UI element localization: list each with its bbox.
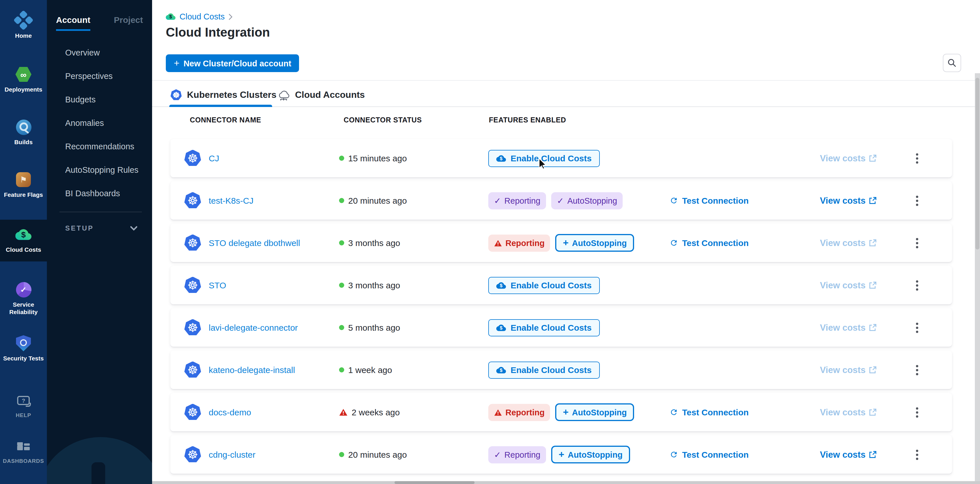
sidebar-item-overview[interactable]: Overview — [65, 48, 100, 57]
connector-name-link[interactable]: lavi-delegate-connector — [209, 323, 298, 332]
reporting-label: Reporting — [504, 450, 540, 459]
sidebar-item-perspectives[interactable]: Perspectives — [65, 72, 113, 81]
add-autostopping-button[interactable]: + AutoStopping — [551, 446, 630, 463]
reporting-label: Reporting — [504, 196, 540, 205]
vertical-scrollbar-thumb[interactable] — [975, 78, 979, 249]
horizontal-scrollbar-thumb[interactable] — [395, 481, 474, 484]
connector-name-link[interactable]: test-K8s-CJ — [209, 196, 254, 205]
tab-project[interactable]: Project — [114, 15, 143, 31]
test-connection-link[interactable]: Test Connection — [670, 450, 749, 459]
view-costs-link[interactable]: View costs — [820, 365, 877, 375]
features-enabled: $ Enable Cloud Costs ✓ Reporting Reporti… — [488, 435, 630, 474]
nav-builds[interactable]: Builds — [0, 119, 47, 146]
view-costs-link[interactable]: View costs — [820, 195, 877, 206]
nav-home[interactable]: Home — [0, 13, 47, 40]
row-menu-button[interactable] — [913, 446, 922, 463]
enable-cloud-costs-button[interactable]: $ Enable Cloud Costs — [488, 276, 600, 294]
reporting-label: Reporting — [506, 238, 545, 248]
add-autostopping-button[interactable]: + AutoStopping — [555, 403, 634, 421]
row-menu-button[interactable] — [913, 404, 922, 421]
status-ok-icon — [339, 240, 344, 246]
status-text: 5 months ago — [348, 323, 400, 332]
breadcrumb-cloud-costs-link[interactable]: Cloud Costs — [180, 12, 225, 21]
row-menu-button[interactable] — [913, 276, 922, 294]
row-menu-button[interactable] — [913, 234, 922, 251]
nav-deployments[interactable]: ∞ Deployments — [0, 66, 47, 93]
view-costs-label: View costs — [820, 238, 865, 248]
sidebar-item-recommendations[interactable]: Recommendations — [65, 142, 134, 151]
sidebar-setup[interactable]: SETUP — [65, 224, 137, 232]
nav-feature-flags-label: Feature Flags — [3, 191, 44, 198]
connector-name-link[interactable]: cdng-cluster — [209, 450, 255, 459]
external-link-icon — [869, 197, 877, 204]
kubernetes-icon: ☸ — [170, 89, 182, 101]
table-row: ☸ STO delegate dbothwell 3 months ago $ … — [170, 224, 952, 262]
table-header: CONNECTOR NAME CONNECTOR STATUS FEATURES… — [152, 116, 980, 129]
check-icon: ✓ — [494, 450, 501, 459]
new-cluster-cloud-account-button[interactable]: + New Cluster/Cloud account — [166, 54, 299, 72]
enable-cloud-costs-button[interactable]: $ Enable Cloud Costs — [488, 361, 600, 379]
connector-name-link[interactable]: STO delegate dbothwell — [209, 238, 300, 248]
column-features-enabled: FEATURES ENABLED — [489, 116, 566, 124]
connector-name-link[interactable]: STO — [209, 280, 226, 290]
breadcrumb: $ Cloud Costs — [166, 12, 233, 21]
vertical-scrollbar[interactable] — [975, 73, 980, 481]
connector-name-link[interactable]: kateno-delegate-install — [209, 365, 295, 375]
status-ok-icon — [339, 452, 344, 457]
row-menu-button[interactable] — [913, 150, 922, 167]
status-text: 3 months ago — [348, 238, 400, 248]
row-menu-button[interactable] — [913, 192, 922, 209]
home-icon — [16, 13, 32, 29]
nav-security-tests[interactable]: Security Tests — [0, 335, 47, 362]
autostopping-label: AutoStopping — [572, 407, 627, 417]
cloud-dollar-icon: $ — [496, 281, 506, 289]
plus-icon: + — [174, 58, 180, 69]
kubernetes-icon: ☸ — [184, 361, 201, 379]
external-link-icon — [869, 239, 877, 247]
nav-service-reliability[interactable]: ✓ Service Reliability — [0, 281, 47, 316]
search-button[interactable] — [943, 54, 961, 72]
sidebar-item-bi-dashboards[interactable]: BI Dashboards — [65, 189, 120, 198]
view-costs-label: View costs — [820, 323, 865, 333]
enable-cloud-costs-button[interactable]: $ Enable Cloud Costs — [488, 319, 600, 336]
test-connection-link[interactable]: Test Connection — [670, 196, 749, 205]
tab-cloud-accounts[interactable]: Cloud Accounts — [277, 83, 365, 107]
view-costs-link[interactable]: View costs — [820, 323, 877, 333]
nav-feature-flags[interactable]: ⚑ Feature Flags — [0, 172, 47, 198]
sidebar-item-anomalies[interactable]: Anomalies — [65, 118, 104, 128]
add-autostopping-button[interactable]: + AutoStopping — [555, 234, 634, 252]
connector-name-link[interactable]: CJ — [209, 153, 219, 163]
connector-name-link[interactable]: docs-demo — [209, 407, 251, 417]
cloud-dollar-icon: $ — [496, 366, 506, 374]
row-menu-button[interactable] — [913, 319, 922, 336]
autostopping-label: AutoStopping — [567, 196, 617, 205]
view-costs-label: View costs — [820, 280, 865, 290]
toolbar-divider — [152, 80, 980, 81]
nav-help-label: HELP — [14, 412, 32, 419]
row-menu-button[interactable] — [913, 361, 922, 379]
status-text: 20 minutes ago — [348, 196, 407, 205]
view-costs-label: View costs — [820, 449, 865, 460]
sidebar-item-budgets[interactable]: Budgets — [65, 95, 95, 104]
deployments-icon: ∞ — [16, 66, 32, 82]
view-costs-label: View costs — [820, 407, 865, 417]
horizontal-scrollbar[interactable] — [152, 481, 980, 484]
refresh-icon — [670, 408, 678, 417]
enable-cloud-costs-label: Enable Cloud Costs — [511, 365, 592, 375]
autostopping-enabled-badge: ✓ AutoStopping — [551, 192, 623, 209]
nav-cloud-costs[interactable]: $ Cloud Costs — [0, 220, 47, 262]
view-costs-link[interactable]: View costs — [820, 280, 877, 290]
view-costs-link[interactable]: View costs — [820, 407, 877, 417]
view-costs-link[interactable]: View costs — [820, 449, 877, 460]
view-costs-label: View costs — [820, 365, 865, 375]
test-connection-link[interactable]: Test Connection — [670, 238, 749, 248]
view-costs-link[interactable]: View costs — [820, 238, 877, 248]
sidebar-item-autostopping-rules[interactable]: AutoStopping Rules — [65, 165, 138, 174]
nav-help[interactable]: ? HELP — [0, 393, 47, 419]
status-ok-icon — [339, 367, 344, 372]
tab-account[interactable]: Account — [56, 15, 90, 31]
view-costs-link[interactable]: View costs — [820, 153, 877, 163]
test-connection-link[interactable]: Test Connection — [670, 407, 749, 417]
nav-dashboards[interactable]: DASHBOARDS — [0, 438, 47, 465]
tab-kubernetes-clusters[interactable]: ☸ Kubernetes Clusters — [170, 83, 277, 107]
